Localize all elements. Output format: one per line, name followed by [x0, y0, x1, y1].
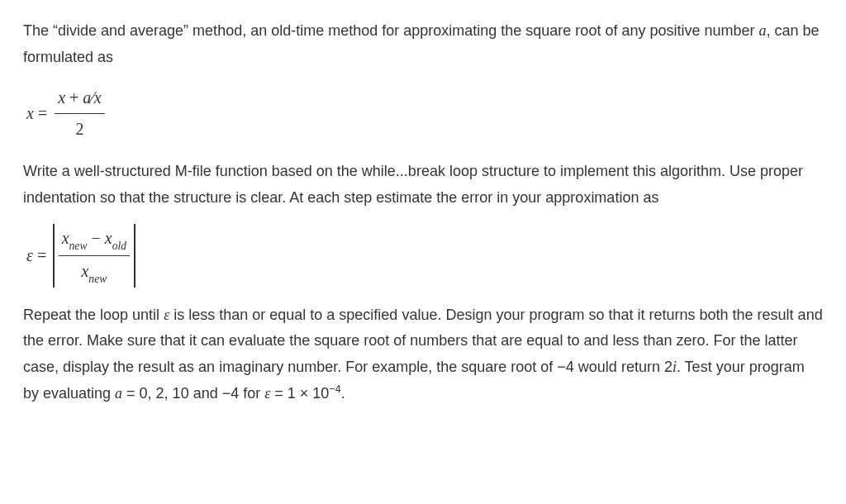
abs-bar-right [134, 224, 135, 288]
eq2-fraction: xnew − xold xnew [59, 224, 130, 288]
eq1-var-x-lhs: x [26, 104, 34, 122]
eq1-plus: + [65, 88, 83, 107]
eq1-fraction: x + a∕x 2 [55, 83, 104, 144]
equation-iterate: x = x + a∕x 2 [26, 83, 820, 144]
equation-error: ε = xnew − xold xnew [26, 224, 820, 288]
eq2-sub-new: new [69, 240, 88, 252]
eq2-den-sub: new [88, 273, 107, 285]
eq1-num-a: a [83, 88, 91, 107]
eq1-equals: = [34, 104, 47, 122]
eq2-den-x: x [81, 262, 88, 280]
eq2-equals: = [33, 246, 46, 264]
text-close-4: = 0, 2, 10 and −4 for [122, 385, 264, 402]
paragraph-instructions: Write a well-structured M-file function … [23, 159, 823, 211]
variable-a: a [759, 22, 767, 39]
eq2-minus: − [87, 229, 104, 247]
paragraph-intro: The “divide and average” method, an old-… [23, 18, 823, 70]
paragraph-closing: Repeat the loop until ε is less than or … [23, 302, 823, 407]
text-close-6: . [341, 385, 345, 402]
eq2-xnew: x [62, 229, 69, 247]
abs-bar-left [53, 224, 55, 288]
eq2-epsilon: ε [26, 246, 33, 264]
eq2-sub-old: old [112, 240, 126, 252]
text-close-1: Repeat the loop until [23, 307, 164, 323]
eq1-numerator: x + a∕x [55, 83, 104, 114]
text-intro-1: The “divide and average” method, an old-… [23, 22, 759, 39]
eq1-denominator: 2 [72, 114, 87, 144]
variable-a-2: a [115, 385, 122, 402]
exponent-neg4: −4 [329, 383, 340, 395]
eq1-num-x: x [58, 88, 65, 107]
eq2-numerator: xnew − xold [59, 224, 130, 256]
eq2-xold: x [105, 229, 112, 247]
eq2-denominator: xnew [78, 256, 110, 288]
text-close-5: = 1 × 10 [270, 385, 329, 402]
eq1-num-x2: x [94, 88, 102, 107]
eq2-lhs: ε = [26, 241, 46, 270]
eq1-lhs: x = [26, 99, 47, 128]
eq2-abs: xnew − xold xnew [51, 224, 136, 288]
